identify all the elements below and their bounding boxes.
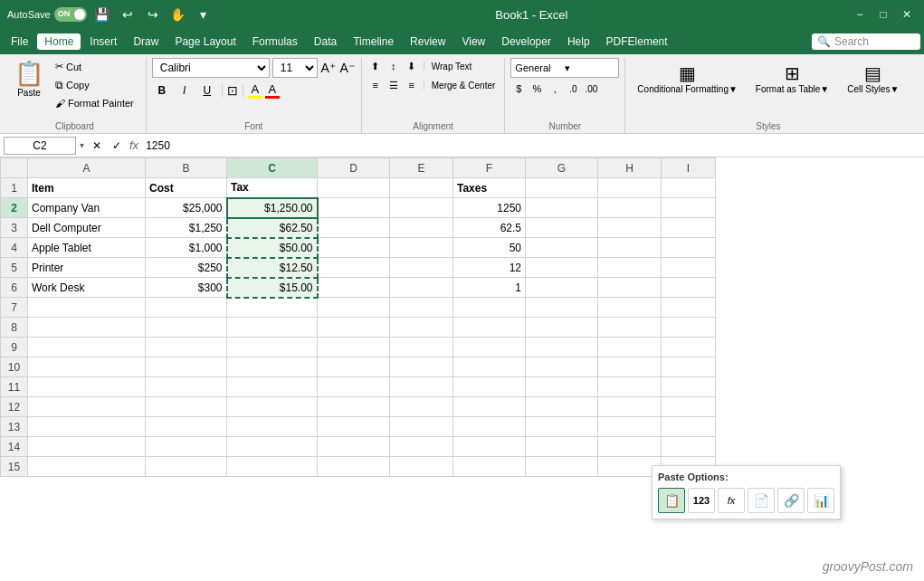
cell-F5[interactable]: 12: [453, 258, 526, 278]
row-header-4[interactable]: 4: [1, 238, 28, 258]
cell-B7[interactable]: [146, 298, 227, 318]
cell-G7[interactable]: [526, 298, 598, 318]
row-header-11[interactable]: 11: [1, 377, 28, 397]
align-bottom-icon[interactable]: ⬇: [404, 58, 420, 74]
cell-E6[interactable]: [390, 278, 453, 298]
cell-G6[interactable]: [526, 278, 598, 298]
underline-button[interactable]: U: [197, 81, 217, 100]
align-middle-icon[interactable]: ↕: [386, 58, 402, 74]
menu-draw[interactable]: Draw: [126, 33, 166, 50]
cell-I3[interactable]: [662, 218, 716, 238]
number-format-dropdown[interactable]: General ▾: [510, 58, 619, 78]
col-header-F[interactable]: F: [453, 158, 526, 178]
cell-D2[interactable]: [318, 198, 390, 218]
copy-button[interactable]: ⧉ Copy: [51, 76, 138, 94]
paste-opt-formulas[interactable]: fx: [718, 488, 745, 513]
conditional-formatting-button[interactable]: ▦ Conditional Formatting▼: [631, 58, 744, 99]
bold-button[interactable]: B: [152, 81, 172, 100]
paste-opt-link[interactable]: 🔗: [777, 488, 805, 513]
autosave-toggle[interactable]: AutoSave ON: [7, 7, 87, 22]
touchmode-icon[interactable]: ✋: [168, 5, 188, 24]
cell-B2[interactable]: $25,000: [146, 198, 227, 218]
menu-home[interactable]: Home: [37, 33, 81, 50]
paste-button[interactable]: 📋 Paste: [11, 58, 47, 100]
col-header-E[interactable]: E: [390, 158, 453, 178]
cell-G5[interactable]: [526, 258, 598, 278]
confirm-formula-button[interactable]: ✓: [108, 137, 126, 155]
align-right-icon[interactable]: ≡: [404, 77, 420, 93]
row-header-2[interactable]: 2: [1, 198, 28, 218]
name-box[interactable]: [4, 137, 76, 155]
cell-F7[interactable]: [453, 298, 526, 318]
autosave-pill[interactable]: ON: [54, 7, 87, 22]
cell-B6[interactable]: $300: [146, 278, 227, 298]
restore-icon[interactable]: □: [873, 5, 893, 24]
row-header-5[interactable]: 5: [1, 258, 28, 278]
row-header-7[interactable]: 7: [1, 298, 28, 318]
row-header-13[interactable]: 13: [1, 417, 28, 437]
row-header-1[interactable]: 1: [1, 178, 28, 198]
cell-G3[interactable]: [526, 218, 598, 238]
cell-H5[interactable]: [598, 258, 662, 278]
menu-pagelayout[interactable]: Page Layout: [167, 33, 243, 50]
menu-view[interactable]: View: [454, 33, 492, 50]
save-icon[interactable]: 💾: [92, 5, 112, 24]
paste-opt-values[interactable]: 123: [688, 488, 715, 513]
col-header-B[interactable]: B: [146, 158, 227, 178]
cell-C5[interactable]: $12.50: [227, 258, 318, 278]
cancel-formula-button[interactable]: ✕: [88, 137, 106, 155]
minimize-icon[interactable]: −: [850, 5, 870, 24]
cell-C7[interactable]: [227, 298, 318, 318]
paste-opt-default[interactable]: 📋: [658, 488, 685, 513]
cell-C6[interactable]: $15.00: [227, 278, 318, 298]
cell-H2[interactable]: [598, 198, 662, 218]
col-header-A[interactable]: A: [28, 158, 146, 178]
cell-B4[interactable]: $1,000: [146, 238, 227, 258]
cell-E7[interactable]: [390, 298, 453, 318]
cell-F2[interactable]: 1250: [453, 198, 526, 218]
menu-insert[interactable]: Insert: [82, 33, 124, 50]
cell-A5[interactable]: Printer: [28, 258, 146, 278]
cell-G4[interactable]: [526, 238, 598, 258]
font-decrease-icon[interactable]: A⁻: [339, 60, 356, 76]
align-left-icon[interactable]: ≡: [367, 77, 384, 93]
align-top-icon[interactable]: ⬆: [367, 58, 384, 74]
menu-help[interactable]: Help: [560, 33, 597, 50]
cell-B3[interactable]: $1,250: [146, 218, 227, 238]
search-box[interactable]: 🔍 Search: [812, 33, 920, 50]
font-size-select[interactable]: 11: [272, 58, 318, 78]
cell-D5[interactable]: [318, 258, 390, 278]
cell-G2[interactable]: [526, 198, 598, 218]
italic-button[interactable]: I: [175, 81, 195, 100]
merge-center-button[interactable]: Merge & Center: [428, 77, 500, 93]
cell-A7[interactable]: [28, 298, 146, 318]
cell-E5[interactable]: [390, 258, 453, 278]
menu-data[interactable]: Data: [307, 33, 344, 50]
cell-B5[interactable]: $250: [146, 258, 227, 278]
fill-color-button[interactable]: A: [248, 82, 262, 99]
wrap-text-button[interactable]: Wrap Text: [428, 58, 476, 74]
cell-A2[interactable]: Company Van: [28, 198, 146, 218]
cell-H3[interactable]: [598, 218, 662, 238]
increase-decimal-icon[interactable]: .0: [565, 81, 581, 97]
formula-expand-icon[interactable]: ▾: [80, 140, 84, 150]
cell-I4[interactable]: [662, 238, 716, 258]
quickaccess-more-icon[interactable]: ▾: [194, 5, 214, 24]
cell-E4[interactable]: [390, 238, 453, 258]
cell-D6[interactable]: [318, 278, 390, 298]
cell-H1[interactable]: [598, 178, 662, 198]
cell-I7[interactable]: [662, 298, 716, 318]
cell-D1[interactable]: [318, 178, 390, 198]
col-header-D[interactable]: D: [318, 158, 390, 178]
cell-I1[interactable]: [662, 178, 716, 198]
menu-timeline[interactable]: Timeline: [346, 33, 401, 50]
currency-icon[interactable]: $: [510, 81, 527, 97]
row-header-14[interactable]: 14: [1, 437, 28, 457]
paste-opt-noformat[interactable]: 📄: [748, 488, 775, 513]
paste-opt-picture[interactable]: 📊: [807, 488, 834, 513]
decrease-decimal-icon[interactable]: .00: [583, 81, 599, 97]
font-name-select[interactable]: Calibri: [152, 58, 270, 78]
border-button[interactable]: ⊡: [227, 83, 238, 98]
formula-input[interactable]: [142, 137, 920, 155]
cell-I5[interactable]: [662, 258, 716, 278]
